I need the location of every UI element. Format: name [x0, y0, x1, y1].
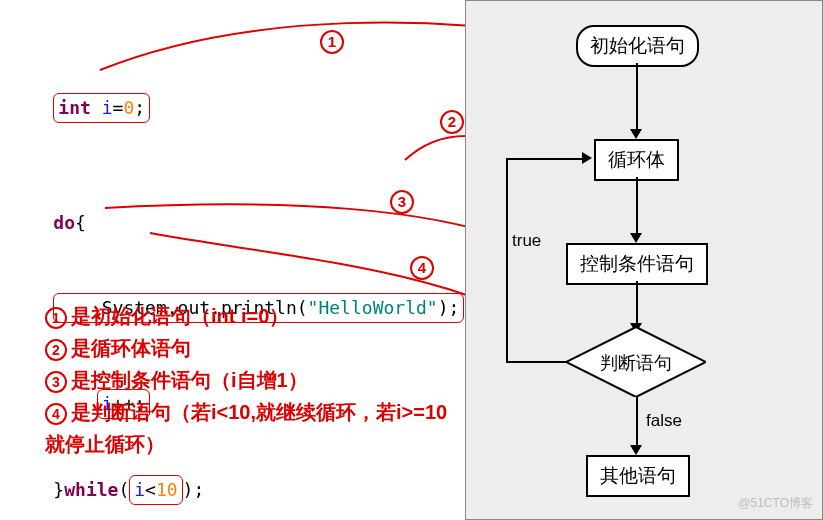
flow-judge-diamond: 判断语句	[566, 327, 706, 397]
label-true: true	[512, 231, 541, 251]
note-3: 是控制条件语句（i自增1）	[71, 369, 308, 391]
arrow-down-icon	[630, 445, 642, 455]
arrow-down-icon	[630, 233, 642, 243]
arrow-line	[636, 63, 638, 131]
watermark-text: @51CTO博客	[738, 495, 813, 512]
flow-init-box: 初始化语句	[576, 25, 699, 67]
flow-other-box: 其他语句	[586, 455, 690, 497]
note-4: 是判断语句（若i<10,就继续循环，若i>=10就停止循环）	[45, 401, 447, 455]
arrow-down-icon	[630, 129, 642, 139]
arrow-right-icon	[582, 152, 592, 164]
arrow-line	[636, 397, 638, 447]
arrow-line	[636, 281, 638, 325]
flow-body-box: 循环体	[594, 139, 679, 181]
label-false: false	[646, 411, 682, 431]
flow-control-box: 控制条件语句	[566, 243, 708, 285]
arrow-line	[506, 361, 566, 363]
arrow-line	[506, 158, 584, 160]
explanation-list: 1是初始化语句（int i=0） 2是循环体语句 3是控制条件语句（i自增1） …	[45, 300, 465, 460]
arrow-line	[636, 177, 638, 235]
flowchart-pane: 初始化语句 循环体 控制条件语句 判断语句 false 其他语句 true	[465, 0, 823, 520]
arrow-line	[506, 158, 508, 363]
note-1: 是初始化语句（int i=0）	[71, 305, 289, 327]
note-2: 是循环体语句	[71, 337, 191, 359]
